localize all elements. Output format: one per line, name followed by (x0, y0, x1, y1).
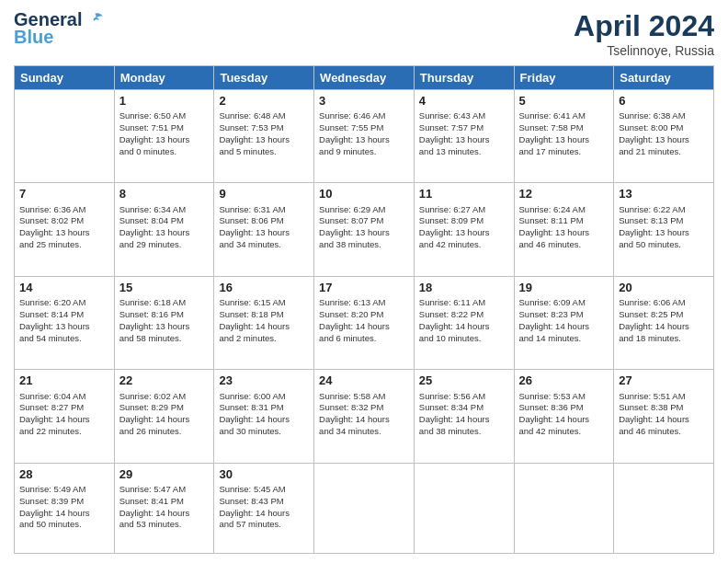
day-content: Sunrise: 6:50 AM Sunset: 7:51 PM Dayligh… (119, 110, 210, 157)
day-number: 20 (619, 280, 709, 296)
day-content: Sunrise: 6:46 AM Sunset: 7:55 PM Dayligh… (319, 110, 409, 157)
day-content: Sunrise: 6:02 AM Sunset: 8:29 PM Dayligh… (119, 391, 210, 438)
table-row: 2Sunrise: 6:48 AM Sunset: 7:53 PM Daylig… (214, 90, 314, 183)
day-content: Sunrise: 6:43 AM Sunset: 7:57 PM Dayligh… (419, 110, 509, 157)
day-content: Sunrise: 6:20 AM Sunset: 8:14 PM Dayligh… (19, 297, 109, 344)
table-row: 6Sunrise: 6:38 AM Sunset: 8:00 PM Daylig… (614, 90, 714, 183)
day-number: 13 (619, 186, 709, 202)
logo-blue: Blue (14, 27, 53, 48)
day-content: Sunrise: 5:47 AM Sunset: 8:41 PM Dayligh… (119, 484, 210, 531)
day-number: 29 (119, 466, 210, 483)
table-row (15, 90, 115, 183)
day-number: 8 (119, 186, 210, 202)
title-block: April 2024 Tselinnoye, Russia (574, 9, 714, 58)
logo: General Blue (14, 9, 105, 48)
day-content: Sunrise: 6:27 AM Sunset: 8:09 PM Dayligh… (419, 204, 509, 251)
day-number: 11 (419, 186, 509, 202)
table-row: 3Sunrise: 6:46 AM Sunset: 7:55 PM Daylig… (314, 90, 415, 183)
table-row: 10Sunrise: 6:29 AM Sunset: 8:07 PM Dayli… (314, 183, 415, 276)
day-number: 15 (119, 280, 210, 296)
table-row: 23Sunrise: 6:00 AM Sunset: 8:31 PM Dayli… (214, 370, 314, 463)
day-content: Sunrise: 6:18 AM Sunset: 8:16 PM Dayligh… (119, 297, 210, 344)
day-content: Sunrise: 6:09 AM Sunset: 8:23 PM Dayligh… (519, 297, 609, 344)
table-row: 27Sunrise: 5:51 AM Sunset: 8:38 PM Dayli… (614, 370, 714, 463)
day-number: 18 (419, 280, 509, 296)
day-number: 6 (619, 93, 709, 109)
col-sunday: Sunday (15, 66, 115, 90)
calendar-week-2: 7Sunrise: 6:36 AM Sunset: 8:02 PM Daylig… (15, 183, 714, 276)
day-number: 27 (619, 373, 709, 389)
day-number: 23 (219, 373, 309, 389)
table-row: 21Sunrise: 6:04 AM Sunset: 8:27 PM Dayli… (15, 370, 115, 463)
day-number: 1 (119, 93, 210, 109)
day-content: Sunrise: 6:31 AM Sunset: 8:06 PM Dayligh… (219, 204, 309, 251)
table-row: 19Sunrise: 6:09 AM Sunset: 8:23 PM Dayli… (514, 276, 614, 369)
table-row (614, 463, 714, 553)
day-content: Sunrise: 6:34 AM Sunset: 8:04 PM Dayligh… (119, 204, 210, 251)
day-content: Sunrise: 6:11 AM Sunset: 8:22 PM Dayligh… (419, 297, 509, 344)
table-row: 4Sunrise: 6:43 AM Sunset: 7:57 PM Daylig… (414, 90, 514, 183)
calendar-header-row: Sunday Monday Tuesday Wednesday Thursday… (15, 66, 714, 90)
table-row: 25Sunrise: 5:56 AM Sunset: 8:34 PM Dayli… (414, 370, 514, 463)
day-content: Sunrise: 6:29 AM Sunset: 8:07 PM Dayligh… (319, 204, 409, 251)
table-row: 24Sunrise: 5:58 AM Sunset: 8:32 PM Dayli… (314, 370, 415, 463)
day-number: 17 (319, 280, 409, 296)
day-content: Sunrise: 6:41 AM Sunset: 7:58 PM Dayligh… (519, 110, 609, 157)
logo-bird-icon (85, 10, 105, 30)
table-row: 30Sunrise: 5:45 AM Sunset: 8:43 PM Dayli… (214, 463, 314, 553)
day-content: Sunrise: 6:38 AM Sunset: 8:00 PM Dayligh… (619, 110, 709, 157)
day-number: 3 (319, 93, 409, 109)
day-number: 30 (219, 466, 309, 483)
day-content: Sunrise: 5:53 AM Sunset: 8:36 PM Dayligh… (519, 391, 609, 438)
col-saturday: Saturday (614, 66, 714, 90)
month-title: April 2024 (574, 9, 714, 43)
day-number: 16 (219, 280, 309, 296)
table-row: 26Sunrise: 5:53 AM Sunset: 8:36 PM Dayli… (514, 370, 614, 463)
day-content: Sunrise: 5:51 AM Sunset: 8:38 PM Dayligh… (619, 391, 709, 438)
table-row: 15Sunrise: 6:18 AM Sunset: 8:16 PM Dayli… (114, 276, 214, 369)
table-row (514, 463, 614, 553)
day-number: 25 (419, 373, 509, 389)
day-content: Sunrise: 5:56 AM Sunset: 8:34 PM Dayligh… (419, 391, 509, 438)
table-row: 7Sunrise: 6:36 AM Sunset: 8:02 PM Daylig… (15, 183, 115, 276)
day-number: 26 (519, 373, 609, 389)
calendar-week-3: 14Sunrise: 6:20 AM Sunset: 8:14 PM Dayli… (15, 276, 714, 369)
day-content: Sunrise: 5:49 AM Sunset: 8:39 PM Dayligh… (19, 484, 109, 531)
day-number: 10 (319, 186, 409, 202)
col-tuesday: Tuesday (214, 66, 314, 90)
day-content: Sunrise: 6:36 AM Sunset: 8:02 PM Dayligh… (19, 204, 109, 251)
day-number: 19 (519, 280, 609, 296)
day-number: 4 (419, 93, 509, 109)
location: Tselinnoye, Russia (574, 43, 714, 58)
day-number: 5 (519, 93, 609, 109)
day-number: 2 (219, 93, 309, 109)
day-number: 24 (319, 373, 409, 389)
table-row: 1Sunrise: 6:50 AM Sunset: 7:51 PM Daylig… (114, 90, 214, 183)
table-row (314, 463, 415, 553)
header: General Blue April 2024 Tselinnoye, Russ… (14, 9, 714, 58)
col-wednesday: Wednesday (314, 66, 415, 90)
day-content: Sunrise: 6:06 AM Sunset: 8:25 PM Dayligh… (619, 297, 709, 344)
table-row: 9Sunrise: 6:31 AM Sunset: 8:06 PM Daylig… (214, 183, 314, 276)
table-row (414, 463, 514, 553)
day-content: Sunrise: 5:45 AM Sunset: 8:43 PM Dayligh… (219, 484, 309, 531)
calendar-week-1: 1Sunrise: 6:50 AM Sunset: 7:51 PM Daylig… (15, 90, 714, 183)
col-monday: Monday (114, 66, 214, 90)
day-content: Sunrise: 6:48 AM Sunset: 7:53 PM Dayligh… (219, 110, 309, 157)
table-row: 29Sunrise: 5:47 AM Sunset: 8:41 PM Dayli… (114, 463, 214, 553)
table-row: 5Sunrise: 6:41 AM Sunset: 7:58 PM Daylig… (514, 90, 614, 183)
table-row: 16Sunrise: 6:15 AM Sunset: 8:18 PM Dayli… (214, 276, 314, 369)
day-content: Sunrise: 6:24 AM Sunset: 8:11 PM Dayligh… (519, 204, 609, 251)
calendar-page: General Blue April 2024 Tselinnoye, Russ… (0, 0, 728, 563)
day-content: Sunrise: 5:58 AM Sunset: 8:32 PM Dayligh… (319, 391, 409, 438)
day-number: 7 (19, 186, 109, 202)
table-row: 17Sunrise: 6:13 AM Sunset: 8:20 PM Dayli… (314, 276, 415, 369)
table-row: 20Sunrise: 6:06 AM Sunset: 8:25 PM Dayli… (614, 276, 714, 369)
day-number: 12 (519, 186, 609, 202)
day-number: 21 (19, 373, 109, 389)
day-content: Sunrise: 6:13 AM Sunset: 8:20 PM Dayligh… (319, 297, 409, 344)
day-number: 22 (119, 373, 210, 389)
day-number: 14 (19, 280, 109, 296)
table-row: 22Sunrise: 6:02 AM Sunset: 8:29 PM Dayli… (114, 370, 214, 463)
table-row: 11Sunrise: 6:27 AM Sunset: 8:09 PM Dayli… (414, 183, 514, 276)
